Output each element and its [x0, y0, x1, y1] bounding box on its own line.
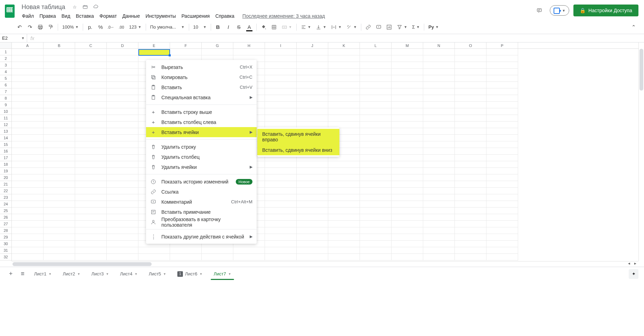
- select-all-corner[interactable]: [0, 42, 11, 49]
- cell[interactable]: [265, 108, 297, 115]
- col-header[interactable]: C: [75, 42, 107, 48]
- cell[interactable]: [75, 174, 107, 181]
- cell[interactable]: [12, 241, 43, 247]
- cell[interactable]: [455, 75, 486, 82]
- cell[interactable]: [265, 188, 297, 194]
- cell[interactable]: [297, 49, 328, 55]
- cell[interactable]: [12, 254, 43, 260]
- cell[interactable]: [392, 155, 423, 161]
- cell[interactable]: [297, 247, 328, 254]
- cell[interactable]: [107, 55, 138, 62]
- menu-tools[interactable]: Инструменты: [143, 12, 178, 20]
- cell[interactable]: [392, 201, 423, 208]
- col-header[interactable]: B: [43, 42, 75, 48]
- cell[interactable]: [43, 82, 75, 88]
- cell[interactable]: [486, 62, 518, 69]
- cell[interactable]: [423, 201, 455, 208]
- explore-button[interactable]: ✦: [629, 269, 638, 279]
- row-header[interactable]: 4: [0, 69, 11, 75]
- cell[interactable]: [328, 247, 360, 254]
- row-header[interactable]: 3: [0, 62, 11, 69]
- cm-copy[interactable]: КопироватьCtrl+C: [146, 72, 257, 82]
- cell[interactable]: [75, 115, 107, 122]
- cell[interactable]: [392, 141, 423, 148]
- cell[interactable]: [75, 254, 107, 260]
- cell[interactable]: [107, 122, 138, 128]
- row-header[interactable]: 20: [0, 174, 11, 181]
- cell[interactable]: [12, 95, 43, 102]
- cell[interactable]: [328, 208, 360, 214]
- cell[interactable]: [328, 188, 360, 194]
- row-header[interactable]: 17: [0, 155, 11, 161]
- cell[interactable]: [423, 227, 455, 234]
- cell[interactable]: [455, 122, 486, 128]
- col-header[interactable]: N: [423, 42, 455, 48]
- cell[interactable]: [328, 254, 360, 260]
- cell[interactable]: [392, 221, 423, 227]
- cell[interactable]: [360, 75, 392, 82]
- cell[interactable]: [75, 62, 107, 69]
- cell[interactable]: [486, 55, 518, 62]
- cell[interactable]: [297, 194, 328, 201]
- cell[interactable]: [43, 141, 75, 148]
- cell[interactable]: [265, 201, 297, 208]
- cm-cut[interactable]: ✂ВырезатьCtrl+X: [146, 62, 257, 72]
- cell[interactable]: [486, 254, 518, 260]
- cell[interactable]: [328, 75, 360, 82]
- comments-icon[interactable]: [533, 4, 546, 17]
- cell[interactable]: [75, 148, 107, 155]
- cell[interactable]: [423, 95, 455, 102]
- cell[interactable]: [75, 49, 107, 55]
- cell[interactable]: [455, 188, 486, 194]
- cell[interactable]: [423, 49, 455, 55]
- menu-extensions[interactable]: Расширения: [179, 12, 212, 20]
- cell[interactable]: [107, 82, 138, 88]
- cell[interactable]: [12, 122, 43, 128]
- cell[interactable]: [328, 161, 360, 168]
- cell[interactable]: [75, 82, 107, 88]
- cell[interactable]: [360, 102, 392, 108]
- sheet-tab[interactable]: Лист3▼: [87, 268, 114, 280]
- col-header[interactable]: G: [202, 42, 233, 48]
- cell[interactable]: [107, 168, 138, 174]
- cell[interactable]: [455, 227, 486, 234]
- cell[interactable]: [12, 208, 43, 214]
- cell[interactable]: [455, 49, 486, 55]
- cell[interactable]: [423, 135, 455, 141]
- cell[interactable]: [328, 95, 360, 102]
- cell[interactable]: [107, 227, 138, 234]
- cell[interactable]: [392, 148, 423, 155]
- cell[interactable]: [75, 201, 107, 208]
- cell[interactable]: [75, 88, 107, 95]
- cell[interactable]: [265, 241, 297, 247]
- inc-decimal-button[interactable]: .00: [116, 22, 126, 32]
- cell[interactable]: [486, 95, 518, 102]
- col-header[interactable]: H: [233, 42, 265, 48]
- cell[interactable]: [392, 82, 423, 88]
- font-size-dropdown[interactable]: 10▼: [191, 22, 209, 32]
- sheet-tab[interactable]: 1Лист6▼: [172, 268, 207, 280]
- dec-decimal-button[interactable]: .0←: [106, 22, 116, 32]
- cell[interactable]: [455, 234, 486, 241]
- cell[interactable]: [328, 221, 360, 227]
- cell[interactable]: [455, 69, 486, 75]
- row-header[interactable]: 22: [0, 188, 11, 194]
- cell[interactable]: [12, 214, 43, 221]
- cell[interactable]: [107, 161, 138, 168]
- cell[interactable]: [392, 247, 423, 254]
- cell[interactable]: [455, 102, 486, 108]
- cell[interactable]: [43, 148, 75, 155]
- cell[interactable]: [423, 221, 455, 227]
- cell[interactable]: [455, 128, 486, 135]
- cell[interactable]: [107, 188, 138, 194]
- cell[interactable]: [75, 214, 107, 221]
- cell[interactable]: [360, 208, 392, 214]
- cell[interactable]: [107, 247, 138, 254]
- cell[interactable]: [392, 168, 423, 174]
- cell[interactable]: [297, 221, 328, 227]
- cell[interactable]: [455, 201, 486, 208]
- row-header[interactable]: 13: [0, 128, 11, 135]
- cm-delete-row[interactable]: Удалить строку: [146, 142, 257, 152]
- cell[interactable]: [43, 135, 75, 141]
- cell[interactable]: [75, 194, 107, 201]
